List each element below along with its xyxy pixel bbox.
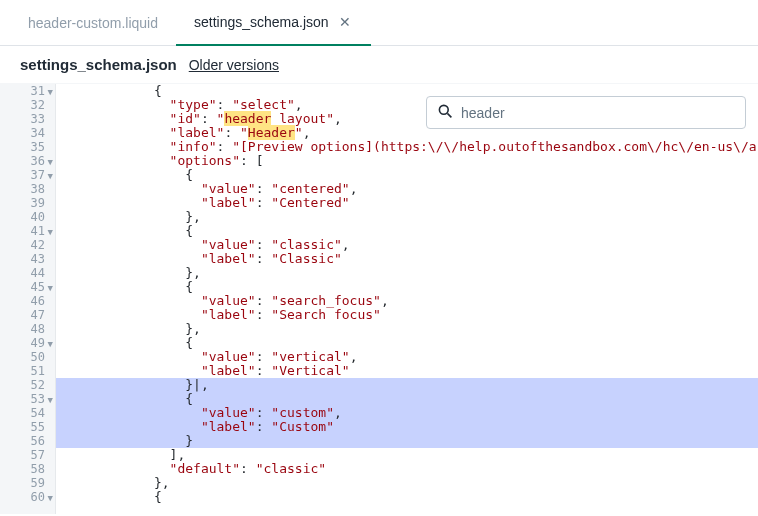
code-line[interactable]: "label": "Custom"	[56, 420, 758, 434]
token: "centered"	[271, 181, 349, 196]
token: {	[185, 223, 193, 238]
code-line[interactable]: {	[56, 336, 758, 350]
code-line[interactable]: "label": "Centered"	[56, 196, 758, 210]
gutter-line: 58	[0, 462, 51, 476]
fold-marker-icon[interactable]: ▼	[48, 393, 53, 407]
search-input[interactable]	[461, 105, 735, 121]
search-box	[426, 96, 746, 129]
token: "Centered"	[271, 195, 349, 210]
token: "value"	[201, 405, 256, 420]
code-content[interactable]: { "type": "select", "id": "header_layout…	[56, 84, 758, 514]
token: :	[256, 195, 272, 210]
search-icon	[437, 103, 453, 122]
token: "[Preview options](https:\/\/help.outoft…	[232, 139, 756, 154]
token: "default"	[170, 461, 240, 476]
token: _layout"	[271, 111, 334, 126]
fold-marker-icon[interactable]: ▼	[48, 225, 53, 239]
code-line[interactable]: "info": "[Preview options](https:\/\/hel…	[56, 140, 758, 154]
file-header: settings_schema.json Older versions	[0, 46, 758, 84]
code-line[interactable]: "default": "classic"	[56, 462, 758, 476]
gutter-line: 54	[0, 406, 51, 420]
token: "	[240, 125, 248, 140]
token: :	[256, 349, 272, 364]
tab-settings-schema[interactable]: settings_schema.json ✕	[176, 0, 371, 46]
token: :	[256, 251, 272, 266]
token: }|,	[185, 377, 208, 392]
older-versions-link[interactable]: Older versions	[189, 57, 279, 73]
token: },	[185, 209, 201, 224]
fold-marker-icon[interactable]: ▼	[48, 337, 53, 351]
svg-point-0	[439, 105, 448, 114]
code-line[interactable]: "value": "vertical",	[56, 350, 758, 364]
code-line[interactable]: ],	[56, 448, 758, 462]
code-line[interactable]: },	[56, 476, 758, 490]
token: :	[256, 181, 272, 196]
fold-marker-icon[interactable]: ▼	[48, 85, 53, 99]
code-line[interactable]: {	[56, 490, 758, 504]
token: {	[154, 489, 162, 504]
token: :	[256, 237, 272, 252]
gutter-line: 59	[0, 476, 51, 490]
code-line[interactable]: },	[56, 266, 758, 280]
token: :	[256, 363, 272, 378]
gutter-line: 60▼	[0, 490, 51, 504]
token: Header	[248, 125, 295, 140]
code-line[interactable]: "options": [	[56, 154, 758, 168]
fold-marker-icon[interactable]: ▼	[48, 281, 53, 295]
code-editor[interactable]: 31▼3233343536▼37▼38394041▼42434445▼46474…	[0, 84, 758, 514]
token: ,	[303, 125, 311, 140]
code-line[interactable]: "value": "search_focus",	[56, 294, 758, 308]
close-icon[interactable]: ✕	[337, 14, 353, 30]
code-line[interactable]: {	[56, 392, 758, 406]
code-line[interactable]: }|,	[56, 378, 758, 392]
code-line[interactable]: "label": "Classic"	[56, 252, 758, 266]
token: ,	[350, 349, 358, 364]
code-line[interactable]: {	[56, 168, 758, 182]
token: {	[185, 335, 193, 350]
token: header	[224, 111, 271, 126]
token: ],	[170, 447, 186, 462]
gutter-line: 56	[0, 434, 51, 448]
token: "classic"	[256, 461, 326, 476]
gutter-line: 47	[0, 308, 51, 322]
code-line[interactable]: "value": "centered",	[56, 182, 758, 196]
gutter-line: 43	[0, 252, 51, 266]
token: "Classic"	[271, 251, 341, 266]
token: : [	[240, 153, 263, 168]
gutter-line: 53▼	[0, 392, 51, 406]
token: "classic"	[271, 237, 341, 252]
code-line[interactable]: },	[56, 322, 758, 336]
gutter-line: 52	[0, 378, 51, 392]
code-line[interactable]: {	[56, 280, 758, 294]
code-line[interactable]: "value": "classic",	[56, 238, 758, 252]
token: "Vertical"	[271, 363, 349, 378]
gutter-line: 48	[0, 322, 51, 336]
token: "value"	[201, 349, 256, 364]
code-line[interactable]: },	[56, 210, 758, 224]
gutter-line: 46	[0, 294, 51, 308]
token: ,	[381, 293, 389, 308]
gutter-line: 36▼	[0, 154, 51, 168]
token: {	[185, 167, 193, 182]
token: {	[185, 391, 193, 406]
gutter-line: 57	[0, 448, 51, 462]
token: "info"	[170, 139, 217, 154]
code-line[interactable]: {	[56, 224, 758, 238]
tab-header-custom[interactable]: header-custom.liquid	[10, 0, 176, 45]
token: :	[217, 139, 233, 154]
token: "label"	[201, 195, 256, 210]
fold-marker-icon[interactable]: ▼	[48, 169, 53, 183]
token: "label"	[201, 419, 256, 434]
token: :	[256, 419, 272, 434]
code-line[interactable]: "label": "Search focus"	[56, 308, 758, 322]
token: :	[256, 307, 272, 322]
file-title: settings_schema.json	[20, 56, 177, 73]
token: ,	[350, 181, 358, 196]
code-line[interactable]: }	[56, 434, 758, 448]
code-line[interactable]: "label": "Vertical"	[56, 364, 758, 378]
tab-bar: header-custom.liquid settings_schema.jso…	[0, 0, 758, 46]
tab-label: header-custom.liquid	[28, 15, 158, 31]
code-line[interactable]: "value": "custom",	[56, 406, 758, 420]
fold-marker-icon[interactable]: ▼	[48, 155, 53, 169]
fold-marker-icon[interactable]: ▼	[48, 491, 53, 505]
